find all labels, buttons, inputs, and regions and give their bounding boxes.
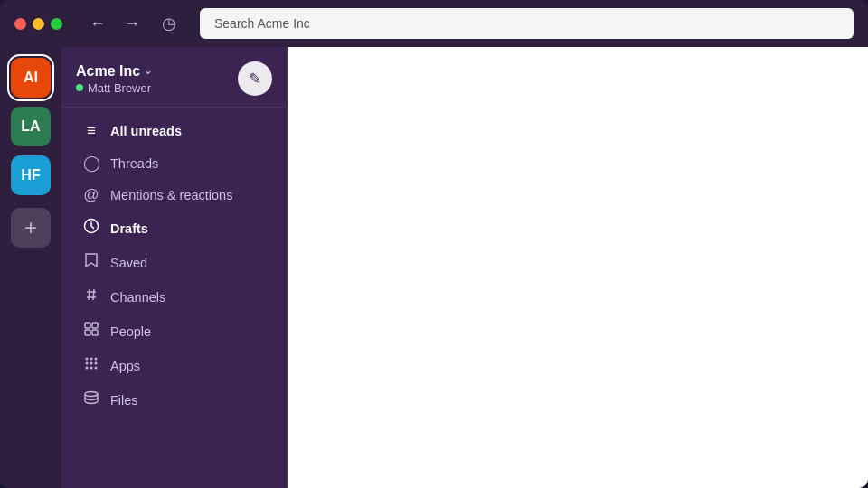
workspace-name[interactable]: Acme Inc ⌄ (76, 63, 152, 80)
svg-rect-7 (85, 330, 90, 335)
svg-point-9 (86, 358, 89, 361)
compose-icon: ✎ (249, 70, 261, 89)
svg-point-15 (86, 367, 89, 370)
channels-icon (81, 286, 101, 307)
app-window: ← → ◷ Search Acme Inc AI LA HF + Acme In… (0, 0, 868, 488)
svg-point-17 (95, 367, 98, 370)
nav-item-all-unreads[interactable]: ≡ All unreads (67, 116, 281, 146)
sidebar-header: Acme Inc ⌄ Matt Brewer ✎ (61, 47, 287, 108)
svg-point-13 (90, 362, 93, 365)
close-button[interactable] (14, 18, 26, 30)
svg-line-4 (93, 289, 94, 300)
svg-point-12 (86, 362, 89, 365)
back-button[interactable]: ← (84, 11, 111, 37)
all-unreads-icon: ≡ (81, 122, 101, 140)
nav-item-people[interactable]: People (67, 314, 281, 348)
nav-item-label: Drafts (110, 221, 148, 236)
nav-item-label: Mentions & reactions (110, 188, 232, 202)
drafts-icon (81, 218, 101, 239)
svg-point-11 (95, 358, 98, 361)
nav-sidebar: Acme Inc ⌄ Matt Brewer ✎ ≡ All unreads (61, 47, 288, 488)
nav-item-apps[interactable]: Apps (67, 349, 281, 382)
svg-rect-6 (92, 323, 98, 328)
nav-item-label: Saved (110, 256, 147, 270)
nav-item-channels[interactable]: Channels (67, 280, 281, 314)
user-name: Matt Brewer (88, 81, 151, 95)
saved-icon (81, 252, 101, 273)
traffic-lights (14, 18, 62, 30)
history-button[interactable]: ◷ (156, 10, 182, 37)
workspace-la[interactable]: LA (11, 107, 51, 146)
svg-point-18 (85, 392, 98, 397)
svg-point-16 (90, 367, 93, 370)
files-icon (81, 389, 101, 410)
workspace-sidebar: AI LA HF + (0, 47, 61, 488)
people-icon (81, 321, 101, 342)
svg-rect-5 (85, 323, 90, 328)
nav-item-drafts[interactable]: Drafts (67, 211, 281, 245)
user-status: Matt Brewer (76, 81, 152, 95)
svg-line-3 (89, 289, 90, 300)
forward-button[interactable]: → (118, 11, 146, 37)
svg-point-10 (90, 358, 93, 361)
nav-item-label: Files (110, 393, 138, 408)
nav-item-label: All unreads (110, 124, 182, 138)
svg-point-14 (95, 362, 98, 365)
nav-item-label: Apps (110, 359, 140, 373)
nav-item-label: Threads (110, 156, 158, 171)
main-area: AI LA HF + Acme Inc ⌄ Matt Brewer (0, 47, 868, 488)
workspace-ai[interactable]: AI (11, 58, 51, 98)
threads-icon: ◯ (81, 154, 101, 173)
nav-item-label: People (110, 324, 151, 339)
nav-item-mentions[interactable]: @ Mentions & reactions (67, 180, 281, 211)
title-bar: ← → ◷ Search Acme Inc (0, 0, 868, 47)
nav-items-list: ≡ All unreads ◯ Threads @ Mentions & rea… (61, 108, 287, 425)
apps-icon (81, 355, 101, 376)
workspace-title: Acme Inc ⌄ Matt Brewer (76, 63, 152, 95)
nav-item-saved[interactable]: Saved (67, 246, 281, 279)
maximize-button[interactable] (51, 18, 62, 30)
svg-rect-8 (92, 330, 98, 335)
nav-item-label: Channels (110, 290, 165, 305)
workspace-hf[interactable]: HF (11, 155, 51, 195)
mentions-icon: @ (81, 186, 101, 204)
search-placeholder: Search Acme Inc (214, 16, 310, 31)
nav-item-files[interactable]: Files (67, 383, 281, 417)
compose-button[interactable]: ✎ (238, 61, 272, 96)
nav-buttons: ← → (84, 11, 146, 37)
content-area (288, 47, 868, 488)
minimize-button[interactable] (33, 18, 44, 30)
nav-item-threads[interactable]: ◯ Threads (67, 147, 281, 179)
add-workspace-button[interactable]: + (11, 208, 51, 248)
online-status-indicator (76, 84, 83, 91)
search-bar[interactable]: Search Acme Inc (200, 8, 854, 39)
chevron-down-icon: ⌄ (144, 65, 152, 77)
